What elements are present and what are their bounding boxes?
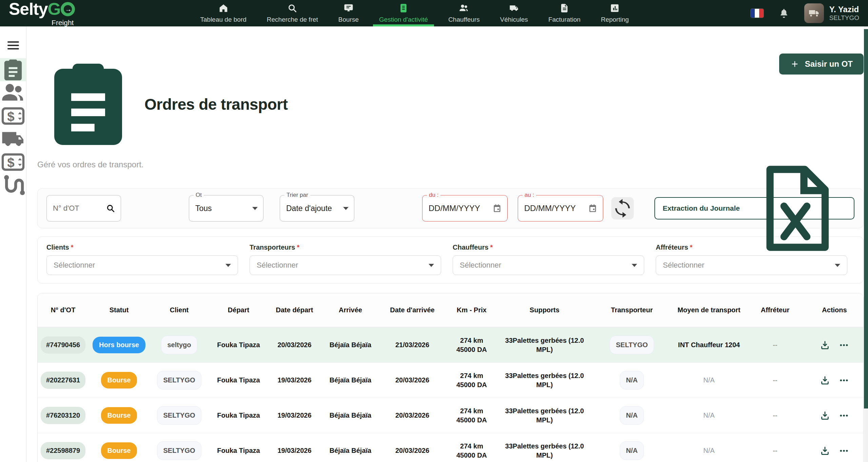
table-row[interactable]: #20227631 Bourse SELTYGO Fouka Tipaza 19…	[38, 362, 863, 398]
column-header: Transporteur	[590, 306, 673, 315]
ot-id-badge: #22598879	[41, 442, 85, 459]
date-to-field[interactable]: au : DD/MM/YYYY	[518, 195, 603, 222]
date-depart-cell: 20/03/2026	[268, 340, 321, 349]
nav-item[interactable]: Facturation	[547, 0, 582, 26]
chevron-down-icon	[632, 264, 637, 267]
sidebar-item[interactable]: $	[0, 104, 26, 127]
transporteur-badge: SELTYGO	[610, 336, 654, 354]
nav-icon	[398, 3, 409, 13]
table-body: #74790456 Hors bourse seltygo Fouka Tipa…	[38, 327, 863, 462]
ot-type-select[interactable]: Ot Tous	[189, 195, 263, 222]
ot-search-input[interactable]	[53, 204, 97, 213]
more-options-icon[interactable]	[839, 411, 849, 421]
create-ot-button[interactable]: Saisir un OT	[779, 54, 864, 75]
export-journal-button[interactable]: Extraction du Journale	[654, 197, 854, 219]
filter-select[interactable]: Sélectionner	[656, 255, 847, 275]
sidebar-item-icon	[0, 126, 26, 152]
main-content: Ordres de transport Géré vos ordres de t…	[26, 26, 868, 462]
column-header: N° d'OT	[38, 306, 88, 315]
table-row[interactable]: #22598879 Bourse SELTYGO Fouka Tipaza 19…	[38, 433, 863, 462]
nav-item[interactable]: Bourse	[337, 0, 360, 26]
calendar-icon[interactable]	[492, 204, 502, 213]
sidebar-item[interactable]	[0, 58, 26, 81]
column-header: Km - Prix	[445, 306, 499, 315]
plus-icon	[790, 59, 800, 69]
download-icon[interactable]	[820, 446, 830, 456]
required-asterisk: *	[690, 244, 693, 251]
nav-icon	[559, 3, 570, 13]
avatar	[804, 3, 824, 23]
column-header: Moyen de transport	[673, 306, 745, 315]
filter-label: Transporteurs*	[250, 244, 441, 251]
brand-name-secondary: G	[48, 1, 61, 18]
filter-select[interactable]: Sélectionner	[250, 255, 441, 275]
nav-item[interactable]: Recherche de fret	[265, 0, 319, 26]
topbar: SeltyG→ Freight Tableau de bord Recherch…	[0, 0, 868, 26]
filter-group: Clients* Sélectionner	[46, 244, 238, 275]
more-options-icon[interactable]	[839, 375, 849, 385]
nav-item[interactable]: Gestion d'activité	[378, 0, 429, 26]
nav-label: Recherche de fret	[267, 16, 318, 23]
nav-label: Facturation	[548, 16, 580, 23]
filter-select-value: Sélectionner	[460, 261, 501, 270]
sidebar-item[interactable]	[0, 127, 26, 150]
actions-cell	[806, 375, 863, 385]
more-options-icon[interactable]	[839, 340, 849, 350]
refresh-button[interactable]	[611, 197, 634, 219]
column-header: Date départ	[268, 306, 321, 315]
filter-select[interactable]: Sélectionner	[453, 255, 644, 275]
calendar-icon[interactable]	[588, 204, 597, 213]
table-row[interactable]: #74790456 Hors bourse seltygo Fouka Tipa…	[38, 327, 863, 362]
affreteur-cell: --	[745, 340, 806, 349]
sort-label: Trier par	[284, 192, 310, 198]
svg-text:$: $	[7, 109, 14, 123]
sidebar-item[interactable]	[0, 81, 26, 104]
topbar-right: Y. Yazid SELTYGO	[751, 3, 859, 23]
nav-icon	[218, 3, 229, 13]
date-arrivee-cell: 20/03/2026	[380, 446, 445, 455]
status-badge: Bourse	[101, 372, 137, 388]
date-arrivee-cell: 20/03/2026	[380, 376, 445, 384]
nav-item[interactable]: Véhicules	[499, 0, 529, 26]
user-menu[interactable]: Y. Yazid SELTYGO	[804, 3, 859, 23]
chevron-down-icon	[252, 207, 258, 210]
filter-select[interactable]: Sélectionner	[46, 255, 238, 275]
sort-value: Date d'ajoute	[286, 204, 332, 213]
date-to-value: DD/MM/YYYY	[524, 204, 578, 213]
menu-hamburger-icon[interactable]	[7, 41, 19, 49]
table-row[interactable]: #76203120 Bourse SELTYGO Fouka Tipaza 19…	[38, 398, 863, 433]
sidebar-item[interactable]: $	[0, 150, 26, 173]
page-scrollbar[interactable]	[864, 26, 868, 462]
notifications-bell-icon[interactable]	[778, 8, 789, 19]
ot-search-field[interactable]	[46, 195, 121, 222]
nav-label: Reporting	[601, 16, 629, 23]
more-options-icon[interactable]	[839, 446, 849, 456]
page-subtitle: Géré vos ordres de transport.	[37, 160, 288, 169]
date-from-field[interactable]: du : DD/MM/YYYY	[422, 195, 508, 222]
download-icon[interactable]	[820, 340, 830, 350]
nav-item[interactable]: Reporting	[599, 0, 630, 26]
chevron-down-icon	[429, 264, 434, 267]
filter-select-value: Sélectionner	[54, 261, 95, 270]
supports-cell: 33Palettes gerbées (12.0 MPL)	[499, 442, 590, 460]
sidebar-item[interactable]	[0, 173, 26, 196]
nav-icon	[287, 3, 297, 13]
affreteur-cell: --	[745, 446, 806, 455]
nav-item[interactable]: Chauffeurs	[447, 0, 481, 26]
download-icon[interactable]	[820, 375, 830, 385]
nav-label: Chauffeurs	[448, 16, 480, 23]
table-header-row: N° d'OT Statut Client Départ Date départ…	[38, 293, 863, 327]
nav-item[interactable]: Tableau de bord	[199, 0, 248, 26]
user-name: Y. Yazid	[829, 5, 859, 14]
km-value: 274 km	[447, 371, 496, 380]
date-from-label: du :	[427, 192, 440, 198]
language-flag-fr[interactable]	[751, 9, 764, 18]
scrollbar-thumb[interactable]	[864, 29, 868, 408]
column-header: Affréteur	[745, 306, 806, 315]
brand-logo[interactable]: SeltyG→ Freight	[9, 1, 75, 26]
column-header: Arrivée	[321, 306, 380, 315]
page-title: Ordres de transport	[144, 95, 288, 113]
sort-select[interactable]: Trier par Date d'ajoute	[280, 195, 354, 222]
download-icon[interactable]	[820, 411, 830, 421]
search-icon[interactable]	[106, 204, 115, 213]
